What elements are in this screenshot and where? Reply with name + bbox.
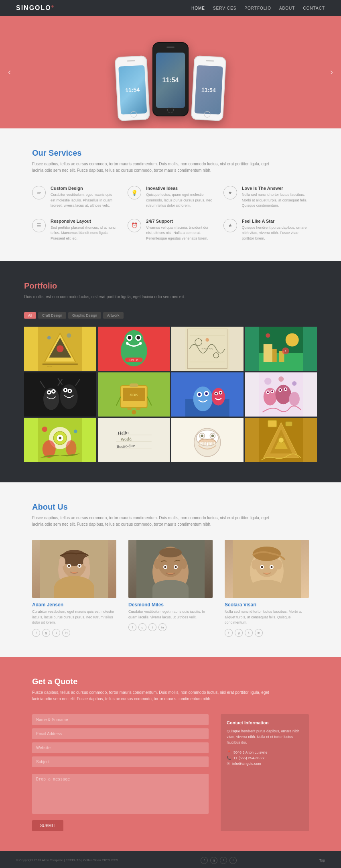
phone-icon: 📞: [227, 756, 231, 760]
portfolio-item-3[interactable]: ∿∿∿∿∿: [171, 327, 244, 371]
team-1-google[interactable]: g: [42, 629, 50, 637]
service-item-1: ✏ Custom Design Curabitur vestibulum, eg…: [32, 186, 118, 209]
nav-portfolio[interactable]: PORTFOLIO: [244, 6, 271, 10]
email-icon: ✉: [227, 762, 230, 766]
portfolio-item-10[interactable]: Hello World Rostro-dise: [98, 418, 170, 462]
portfolio-item-4[interactable]: !: [245, 327, 317, 371]
services-section: Our Services Fusce dapibus, tellus ac cu…: [0, 128, 341, 261]
svg-point-133: [79, 565, 81, 567]
service-title-3: Love Is The Answer: [242, 186, 309, 191]
team-3-twitter[interactable]: t: [245, 629, 253, 637]
service-title-5: 24/7 Support: [146, 219, 213, 224]
service-text-3: Nulla sed nunc id tortor luctus faucibus…: [242, 192, 309, 209]
svg-point-85: [264, 378, 271, 385]
portfolio-item-1[interactable]: ~~~~: [24, 327, 96, 371]
team-3-facebook[interactable]: f: [225, 629, 233, 637]
portfolio-item-12[interactable]: [245, 418, 317, 462]
submit-button[interactable]: SUBMIT: [32, 820, 63, 831]
svg-text:SDK: SDK: [130, 392, 138, 397]
footer-twitter[interactable]: t: [220, 857, 227, 864]
filter-craft[interactable]: Craft Design: [38, 312, 66, 319]
team-2-linkedin[interactable]: in: [158, 623, 166, 631]
svg-point-71: [215, 393, 217, 394]
footer-top-link[interactable]: Top: [319, 858, 325, 862]
svg-point-41: [48, 391, 50, 393]
contact-phone: 📞 +1 (555) 254-36-27: [227, 756, 303, 760]
phone-home-btn-center: [167, 107, 174, 113]
service-item-6: ★ Feel Like A Star Quisque hendrerit pur…: [223, 219, 309, 242]
svg-text:Hello: Hello: [117, 430, 128, 436]
team-3-linkedin[interactable]: in: [255, 629, 263, 637]
portfolio-item-6[interactable]: SDK: [98, 372, 170, 417]
svg-text:~~~~: ~~~~: [47, 365, 52, 368]
svg-point-79: [267, 391, 268, 393]
name-input[interactable]: [32, 714, 209, 725]
phone-speaker-right: [206, 60, 214, 62]
svg-point-26: [205, 338, 209, 342]
service-title-4: Responsive Layout: [51, 219, 118, 224]
star-icon: ★: [223, 219, 237, 232]
footer: © Copyright 2023 Alton Template | FREEHT…: [0, 851, 341, 868]
website-input[interactable]: [32, 742, 209, 753]
portfolio-item-5[interactable]: [24, 372, 96, 417]
team-3-google[interactable]: g: [235, 629, 243, 637]
filter-graphic[interactable]: Graphic Design: [68, 312, 101, 319]
email-input[interactable]: [32, 728, 209, 739]
portfolio-item-7[interactable]: [171, 372, 244, 417]
team-socials-3: f g t in: [225, 629, 309, 637]
footer-facebook[interactable]: f: [201, 857, 208, 864]
svg-rect-112: [202, 441, 204, 445]
team-1-linkedin[interactable]: in: [62, 629, 70, 637]
filter-all[interactable]: All: [24, 312, 36, 319]
svg-point-129: [83, 557, 89, 567]
phone-right: 11:54: [191, 55, 226, 121]
team-2-facebook[interactable]: f: [128, 623, 136, 631]
quote-section: Get a Quote Fusce dapibus, tellus ac cur…: [0, 657, 341, 851]
team-1-facebook[interactable]: f: [32, 629, 40, 637]
phone-screen-center: 11:54: [156, 53, 185, 108]
innovative-icon: 💡: [128, 186, 141, 199]
nav-about[interactable]: ABOUT: [279, 6, 295, 10]
services-desc: Fusce dapibus, tellus ac cursus commodo,…: [32, 161, 273, 174]
svg-point-156: [271, 566, 273, 568]
team-2-google[interactable]: g: [138, 623, 146, 631]
svg-text:!: !: [285, 350, 286, 352]
portfolio-item-8[interactable]: [245, 372, 317, 417]
svg-point-159: [250, 580, 284, 594]
team-photo-3: [225, 540, 309, 598]
svg-point-155: [261, 566, 263, 568]
quote-content: SUBMIT Contact Information Quisque hendr…: [32, 714, 309, 831]
nav-home[interactable]: HOME: [191, 6, 205, 10]
about-section: About Us Fusce dapibus, tellus ac cursus…: [0, 482, 341, 657]
subject-input[interactable]: [32, 756, 209, 767]
team-desc-3: Nulla sed nunc id tortor luctus faucibus…: [225, 609, 309, 626]
portfolio-title: Portfolio: [24, 281, 317, 291]
svg-point-92: [59, 437, 61, 439]
svg-point-86: [278, 376, 284, 382]
team-grid: Adam Jensen Curabitur vestibulum, eget m…: [32, 540, 309, 637]
footer-linkedin[interactable]: in: [229, 857, 237, 864]
nav-services[interactable]: SERVICES: [213, 6, 236, 10]
svg-point-7: [67, 333, 71, 338]
team-member-1: Adam Jensen Curabitur vestibulum, eget m…: [32, 540, 116, 637]
nav-contact[interactable]: CONTACT: [303, 6, 325, 10]
phone-left: 11:54: [115, 55, 150, 121]
portfolio-item-2[interactable]: HELLO: [98, 327, 170, 371]
portfolio-item-11[interactable]: [171, 418, 244, 462]
svg-point-72: [220, 392, 221, 393]
hero-next-arrow[interactable]: ›: [330, 67, 333, 77]
team-2-twitter[interactable]: t: [148, 623, 156, 631]
portfolio-item-9[interactable]: [24, 418, 96, 462]
nav-links: HOME SERVICES PORTFOLIO ABOUT CONTACT: [191, 6, 325, 10]
address-icon: 📍: [227, 750, 231, 754]
filter-artwork[interactable]: Artwork: [103, 312, 124, 319]
message-textarea[interactable]: [32, 774, 209, 814]
custom-design-icon: ✏: [32, 186, 46, 199]
footer-social-icons: f g t in: [201, 857, 237, 864]
team-1-twitter[interactable]: t: [52, 629, 60, 637]
responsive-icon: ☰: [32, 219, 46, 232]
svg-rect-115: [211, 441, 213, 445]
footer-google[interactable]: g: [210, 857, 217, 864]
hero-prev-arrow[interactable]: ‹: [8, 67, 11, 77]
svg-point-109: [201, 435, 203, 437]
